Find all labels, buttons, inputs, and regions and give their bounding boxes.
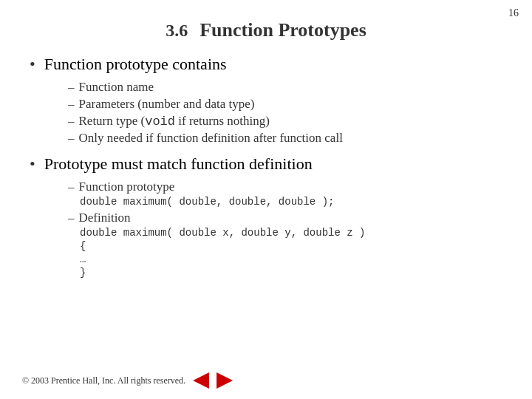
bullet-dot-1: • [30,55,35,74]
next-button[interactable] [216,372,233,389]
prev-arrow-icon[interactable] [193,372,209,389]
slide-title-text: Function Prototypes [200,19,366,41]
list-item: – Return type (void if returns nothing) [68,114,502,129]
bullet2: • Prototype must match function definiti… [30,154,502,174]
dash: – [68,211,75,225]
prototype-label-row: – Function prototype [68,180,502,194]
definition-code-4: } [80,267,502,279]
subitem-1: Function name [79,80,154,95]
prev-button[interactable] [193,372,209,389]
prototype-label: Function prototype [79,180,175,194]
list-item: – Only needed if function definition aft… [68,131,502,146]
copyright-text: © 2003 Prentice Hall, Inc. All rights re… [22,375,185,386]
bullet-dot-2: • [30,154,35,174]
prototype-code: double maximum( double, double, double )… [80,196,502,208]
footer: © 2003 Prentice Hall, Inc. All rights re… [22,372,233,389]
bullet1-text: Function prototype contains [44,55,227,74]
definition-code-1: double maximum( double x, double y, doub… [80,227,502,239]
list-item: – Function name [68,80,502,95]
slide: 16 3.6 Function Prototypes • Function pr… [0,0,532,399]
slide-title: 3.6 Function Prototypes [30,19,502,41]
subitem-2: Parameters (number and data type) [79,97,255,112]
dash: – [68,180,75,194]
sub-list-1: – Function name – Parameters (number and… [68,80,502,146]
page-number: 16 [508,7,519,19]
bullet1: • Function prototype contains [30,55,502,74]
dash: – [68,114,75,129]
next-arrow-icon[interactable] [216,372,233,389]
dash: – [68,131,75,146]
list-item: – Parameters (number and data type) [68,97,502,112]
subitem-3: Return type (void if returns nothing) [79,114,270,129]
dash: – [68,80,75,95]
section-number: 3.6 [166,21,188,40]
definition-label-row: – Definition [68,211,502,225]
definition-label: Definition [79,211,131,225]
definition-code-3: … [80,253,502,265]
subitem-4: Only needed if function definition after… [79,131,343,146]
definition-code-2: { [80,240,502,252]
bullet2-text: Prototype must match function definition [44,154,313,174]
dash: – [68,97,75,112]
